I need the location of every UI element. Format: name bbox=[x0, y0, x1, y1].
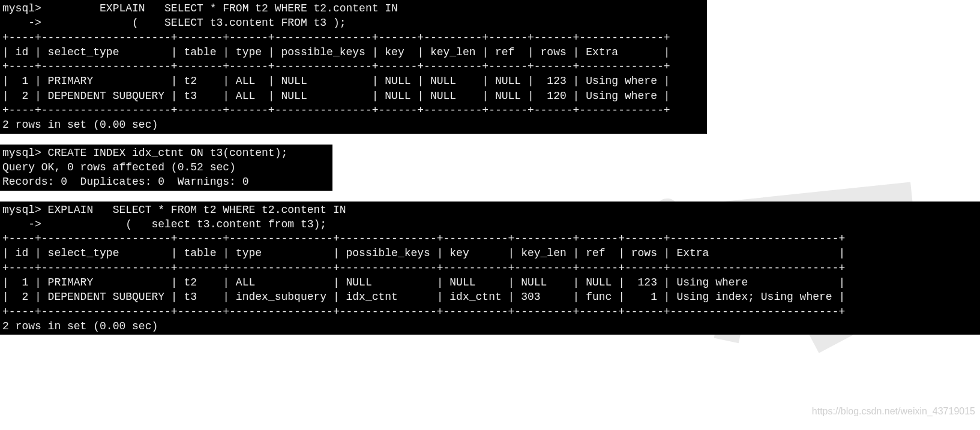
terminal-output: mysql> EXPLAIN SELECT * FROM t2 WHERE t2… bbox=[0, 0, 707, 134]
terminal-output: mysql> EXPLAIN SELECT * FROM t2 WHERE t2… bbox=[0, 202, 980, 335]
terminal-output: mysql> CREATE INDEX idx_ctnt ON t3(conte… bbox=[0, 145, 332, 191]
source-url: https://blog.csdn.net/weixin_43719015 bbox=[812, 405, 975, 418]
terminal-block-3: mysql> EXPLAIN SELECT * FROM t2 WHERE t2… bbox=[0, 202, 980, 335]
terminal-block-1: mysql> EXPLAIN SELECT * FROM t2 WHERE t2… bbox=[0, 0, 980, 134]
terminal-block-2: mysql> CREATE INDEX idx_ctnt ON t3(conte… bbox=[0, 145, 980, 191]
